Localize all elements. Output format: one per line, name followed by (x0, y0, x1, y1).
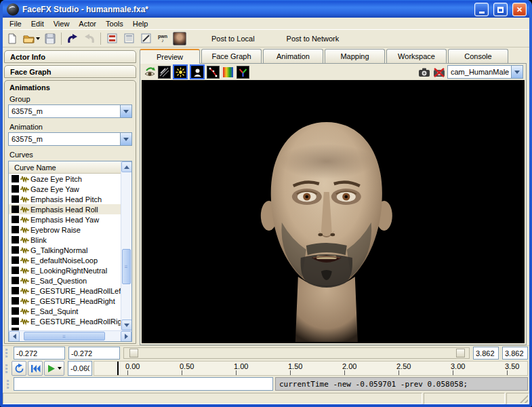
min-value-field[interactable] (14, 347, 65, 360)
menu-help[interactable]: Help (128, 18, 153, 29)
curve-checkbox[interactable] (12, 317, 19, 325)
curve-row[interactable]: E_Sad_Squint (9, 306, 121, 316)
value-slider-thumb-left[interactable] (129, 349, 138, 357)
curve-checkbox[interactable] (12, 185, 19, 193)
timeline-ruler[interactable]: 0.00 0.50 1.00 1.50 2.00 2.50 3.00 3.50 (94, 361, 528, 376)
curve-checkbox[interactable] (12, 175, 19, 182)
curve-row[interactable]: E_GESTURE_HeadRollLeft (9, 286, 121, 296)
curve-editor-button[interactable] (138, 31, 154, 46)
rewind-button[interactable] (28, 361, 43, 376)
curve-checkbox[interactable] (12, 216, 19, 223)
3d-viewport[interactable] (142, 80, 525, 343)
open-file-button[interactable] (21, 31, 41, 46)
actor-photo-button[interactable] (171, 31, 188, 46)
menu-file[interactable]: File (5, 18, 26, 29)
scroll-right-button[interactable] (121, 331, 131, 342)
curve-checkbox[interactable] (12, 246, 19, 254)
curve-row[interactable]: E_defaultNoiseLoop (9, 255, 121, 265)
curve-checkbox[interactable] (12, 206, 19, 213)
camera-dropdown-button[interactable] (511, 66, 523, 78)
curve-row[interactable]: Emphasis Head Pitch (9, 194, 121, 204)
loop-button[interactable] (12, 361, 26, 376)
value-slider-track[interactable] (123, 347, 470, 359)
scroll-up-button[interactable] (121, 161, 132, 172)
curve-checkbox[interactable] (12, 267, 19, 274)
node-table-button[interactable] (121, 31, 137, 46)
curve-row[interactable]: Blink (9, 235, 121, 245)
group-dropdown-button[interactable] (120, 105, 131, 117)
curve-row-selected[interactable]: Emphasis Head Roll (9, 204, 121, 214)
max-value-field[interactable] (473, 347, 499, 360)
play-options-dropdown-icon[interactable] (58, 367, 62, 370)
curve-row[interactable]: E_GESTURE_HeadRight (9, 296, 121, 306)
curve-row[interactable]: E_GESTURE_HeadRollRight (9, 316, 121, 326)
vscroll-track[interactable]: ≡ (121, 172, 131, 319)
curve-list-vertical-scrollbar[interactable]: ≡ (121, 161, 131, 330)
value-slider-thumb-right[interactable] (456, 349, 465, 357)
timeline-cursor[interactable] (117, 362, 119, 375)
min-value-field-2[interactable] (68, 347, 120, 360)
current-time-field[interactable] (68, 361, 92, 376)
hscroll-thumb[interactable]: ≡ (24, 332, 105, 341)
create-camera-button[interactable] (417, 66, 430, 79)
curve-row[interactable]: Gaze Eye Yaw (9, 184, 121, 194)
play-button[interactable] (44, 361, 64, 376)
pwn-audio-button[interactable]: pwn♪ (155, 31, 171, 46)
curve-checkbox[interactable] (12, 287, 19, 294)
animation-combobox[interactable]: 63575_m (8, 132, 132, 146)
curve-list-horizontal-scrollbar[interactable]: ≡ (9, 330, 131, 341)
curve-row[interactable]: E_LookingRightNeutral (9, 265, 121, 275)
tab-console[interactable]: Console (448, 49, 508, 63)
menu-edit[interactable]: Edit (26, 18, 49, 29)
eye-rotate-button[interactable] (143, 66, 156, 79)
actor-widget-button[interactable] (104, 31, 120, 46)
face-graph-panel-header[interactable]: Face Graph (4, 65, 136, 78)
curve-checkbox[interactable] (12, 297, 19, 305)
minimize-button[interactable] (474, 3, 489, 16)
maximize-button[interactable] (493, 3, 508, 16)
curve-row[interactable]: E_Sad_Question (9, 275, 121, 286)
vscroll-thumb[interactable]: ≡ (122, 249, 131, 284)
curve-checkbox[interactable] (12, 307, 19, 315)
curve-checkbox[interactable] (12, 256, 19, 264)
close-button[interactable]: ✕ (512, 3, 527, 16)
curve-checkbox[interactable] (12, 195, 19, 203)
tab-preview[interactable]: Preview (140, 49, 200, 64)
tab-workspace[interactable]: Workspace (386, 49, 447, 63)
menu-view[interactable]: View (49, 18, 75, 29)
tab-animation[interactable]: Animation (263, 49, 323, 63)
camera-combobox[interactable]: cam_HumanMale (447, 65, 523, 79)
curve-checkbox[interactable] (12, 226, 19, 233)
max-value-field-2[interactable] (502, 347, 528, 360)
tab-face-graph[interactable]: Face Graph (201, 49, 262, 63)
tab-mapping[interactable]: Mapping (325, 49, 385, 63)
redo-button[interactable] (81, 31, 98, 46)
curve-row[interactable]: Emphasis Head Yaw (9, 214, 121, 225)
curve-checkbox[interactable] (12, 277, 19, 284)
character-button[interactable] (190, 64, 205, 79)
undo-button[interactable] (64, 31, 81, 46)
menu-tools[interactable]: Tools (101, 18, 128, 29)
animation-dropdown-button[interactable] (120, 133, 131, 145)
group-combobox[interactable]: 63575_m (8, 104, 132, 118)
bones-button[interactable] (207, 66, 220, 79)
delete-camera-button[interactable] (432, 66, 445, 79)
curve-row[interactable]: Gaze Eye Pitch (9, 174, 121, 184)
scroll-down-button[interactable] (121, 319, 132, 330)
open-dropdown-icon[interactable] (36, 37, 40, 40)
curve-name-column-header[interactable]: Curve Name (9, 161, 121, 174)
post-to-network-button[interactable]: Post to Network (276, 33, 350, 45)
post-to-local-button[interactable]: Post to Local (201, 33, 266, 45)
row-grip[interactable]: »»» (3, 361, 10, 376)
scroll-left-button[interactable] (9, 331, 20, 342)
curve-row[interactable]: G_TalkingNormal (9, 245, 121, 255)
gradient-render-button[interactable] (222, 66, 234, 79)
lighting-button[interactable] (173, 64, 188, 79)
new-document-button[interactable] (4, 31, 20, 46)
axis-button[interactable] (237, 66, 249, 79)
actor-info-panel-header[interactable]: Actor Info (4, 50, 136, 63)
wireframe-button[interactable] (158, 66, 171, 79)
curve-checkbox[interactable] (12, 236, 19, 244)
menu-actor[interactable]: Actor (74, 18, 101, 29)
curve-row[interactable]: Eyebrow Raise (9, 225, 121, 235)
